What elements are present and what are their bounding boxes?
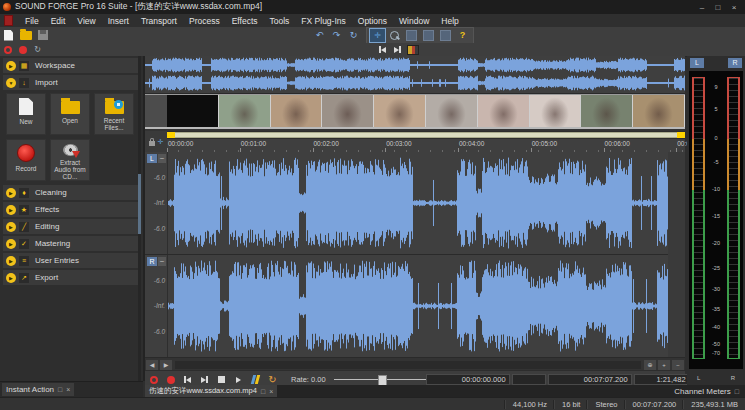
redo-button[interactable]: ↷ (329, 29, 344, 42)
go-to-start-button[interactable] (376, 44, 389, 55)
selection-end-field[interactable] (512, 374, 546, 385)
repeat-button[interactable]: ↻ (346, 29, 361, 42)
pan-scroll-tool-button[interactable]: ✛ (370, 29, 385, 42)
chevron-right-icon[interactable]: ▶ (6, 273, 16, 283)
new-file-button[interactable] (1, 29, 16, 42)
undo-button[interactable]: ↶ (312, 29, 327, 42)
video-thumbnail[interactable] (530, 95, 582, 127)
overview-waveform[interactable] (145, 56, 685, 94)
float-window-icon[interactable]: □ (735, 388, 739, 395)
meter-left-button[interactable]: L (690, 58, 704, 68)
meter-display[interactable]: 950-5-10-15-20-25-30-35-40-50-70 (689, 71, 743, 369)
close-button[interactable]: × (727, 2, 741, 12)
sidebar-section-effects[interactable]: ▶★Effects (3, 202, 140, 217)
menu-view[interactable]: View (71, 16, 101, 26)
menu-fx-plug-ins[interactable]: FX Plug-Ins (295, 16, 351, 26)
overview-waveform-canvas[interactable] (145, 56, 685, 93)
waveform-canvas-left[interactable] (167, 152, 668, 254)
go-to-end-button[interactable] (391, 44, 404, 55)
tab-instant-action[interactable]: Instant Action □ × (2, 383, 74, 396)
horizontal-scrollbar-track[interactable] (175, 361, 641, 369)
menu-window[interactable]: Window (393, 16, 435, 26)
zoom-in-time-button[interactable]: + (658, 360, 670, 370)
pan-tool-icon[interactable]: ✛ (158, 138, 164, 146)
float-window-icon[interactable]: □ (58, 386, 62, 393)
sidebar-section-export[interactable]: ▶↗Export (3, 270, 140, 285)
channel-left-minimize-button[interactable]: – (158, 154, 166, 163)
range-start-handle[interactable] (167, 132, 175, 138)
menu-file[interactable]: File (19, 16, 45, 26)
menu-edit[interactable]: Edit (45, 16, 72, 26)
menu-help[interactable]: Help (435, 16, 464, 26)
envelope-tool-button[interactable] (421, 29, 436, 42)
video-preview-button[interactable] (406, 44, 419, 55)
zoom-out-time-button[interactable]: − (672, 360, 684, 370)
minimize-button[interactable]: ‒ (695, 2, 709, 12)
sidebar-section-import[interactable]: ▼↓Import (3, 75, 140, 90)
record-options-button[interactable] (1, 44, 14, 55)
import-open-button[interactable]: Open (50, 93, 90, 135)
chevron-right-icon[interactable]: ▶ (6, 222, 16, 232)
range-end-handle[interactable] (677, 132, 685, 138)
sidebar-section-workspace[interactable]: ▶▦Workspace (3, 58, 140, 73)
zoom-selection-button[interactable]: ⊕ (644, 360, 656, 370)
whats-this-help-button[interactable]: ? (455, 29, 470, 42)
samples-field[interactable]: 1:21,482 (634, 374, 690, 385)
menu-transport[interactable]: Transport (135, 16, 183, 26)
sidebar-scrollbar[interactable] (138, 56, 141, 381)
chevron-down-icon[interactable]: ▼ (6, 78, 16, 88)
close-icon[interactable]: × (66, 386, 70, 393)
loop-playback-button[interactable]: ↻ (31, 44, 44, 55)
menu-options[interactable]: Options (352, 16, 393, 26)
waveform-right[interactable] (167, 255, 668, 357)
video-thumbnail-strip[interactable] (145, 94, 685, 129)
length-field[interactable]: 00:07:07.200 (548, 374, 632, 385)
save-button[interactable] (35, 29, 50, 42)
video-thumbnail[interactable] (322, 95, 374, 127)
sidebar-section-mastering[interactable]: ▶✓Mastering (3, 236, 140, 251)
scroll-right-button[interactable]: ▶ (160, 360, 172, 370)
video-thumbnail[interactable] (219, 95, 271, 127)
chevron-right-icon[interactable]: ▶ (6, 239, 16, 249)
video-thumbnail[interactable] (167, 95, 219, 127)
sidebar-scrollbar-thumb[interactable] (138, 174, 141, 234)
edit-tool-button[interactable] (404, 29, 419, 42)
channel-right-minimize-button[interactable]: – (158, 257, 166, 266)
scroll-left-button[interactable]: ◀ (146, 360, 158, 370)
chevron-right-icon[interactable]: ▶ (6, 61, 16, 71)
sidebar-section-cleaning[interactable]: ▶♦Cleaning (3, 185, 140, 200)
time-ruler[interactable]: 00:00:0000:01:0000:02:0000:03:0000:04:00… (167, 139, 685, 153)
menu-tools[interactable]: Tools (264, 16, 296, 26)
time-range-scrollbar[interactable] (167, 131, 685, 139)
waveform-left[interactable] (167, 152, 668, 254)
sidebar-section-user-entries[interactable]: ▶≡User Entries (3, 253, 140, 268)
selection-start-field[interactable]: 00:00:00.000 (426, 374, 510, 385)
record-button[interactable] (16, 44, 29, 55)
open-button[interactable] (18, 29, 33, 42)
tab-document[interactable]: 伤速的安详www.ssdax.com.mp4 □ × (145, 385, 277, 397)
maximize-button[interactable]: □ (711, 2, 725, 12)
range-track[interactable] (175, 132, 677, 138)
magnify-tool-button[interactable] (387, 29, 402, 42)
menu-insert[interactable]: Insert (102, 16, 135, 26)
chevron-right-icon[interactable]: ▶ (6, 188, 16, 198)
chevron-right-icon[interactable]: ▶ (6, 256, 16, 266)
sidebar-section-editing[interactable]: ▶╱Editing (3, 219, 140, 234)
float-window-icon[interactable]: □ (261, 388, 265, 395)
menu-effects[interactable]: Effects (226, 16, 264, 26)
import-new-button[interactable]: New (6, 93, 46, 135)
channel-left-button[interactable]: L (147, 154, 157, 163)
tab-channel-meters[interactable]: Channel Meters □ (674, 387, 745, 396)
waveform-canvas-right[interactable] (167, 255, 668, 357)
menu-process[interactable]: Process (183, 16, 226, 26)
video-thumbnail[interactable] (374, 95, 426, 127)
import-record-button[interactable]: Record (6, 139, 46, 181)
video-thumbnail[interactable] (271, 95, 323, 127)
video-thumbnail[interactable] (581, 95, 633, 127)
meter-right-button[interactable]: R (728, 58, 742, 68)
video-thumbnail[interactable] (426, 95, 478, 127)
event-tool-button[interactable] (438, 29, 453, 42)
video-thumbnail[interactable] (478, 95, 530, 127)
chevron-right-icon[interactable]: ▶ (6, 205, 16, 215)
import-extract-audio-from-cd-button[interactable]: Extract Audio from CD... (50, 139, 90, 181)
